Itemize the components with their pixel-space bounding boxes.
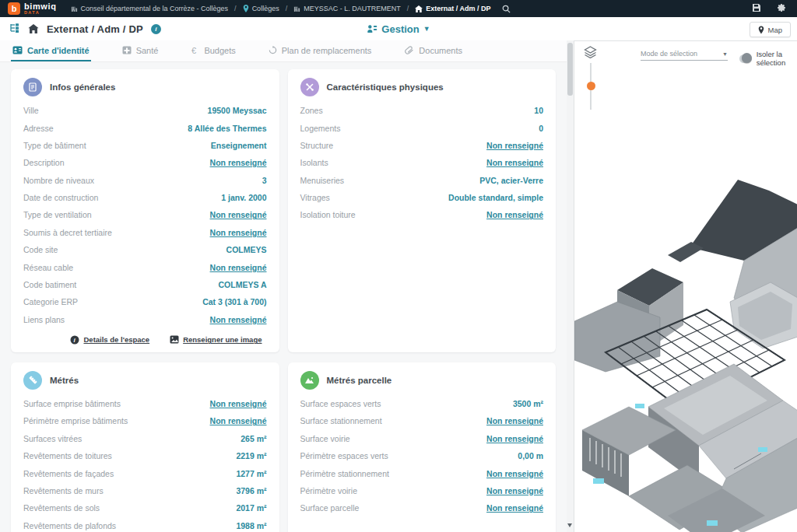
tab-label: Budgets <box>204 46 235 55</box>
tab-label: Documents <box>419 46 462 55</box>
field-value[interactable]: 1277 m² <box>236 469 266 478</box>
field-value[interactable]: Non renseigné <box>486 158 543 167</box>
card-title: Métrés parcelle <box>327 376 392 385</box>
breadcrumb-separator: / <box>407 5 409 12</box>
layers-button[interactable] <box>584 46 597 61</box>
field-row: Revêtements de murs 3796 m² <box>23 482 267 499</box>
bim-3d-model[interactable] <box>574 173 797 532</box>
card-infos-generales: Infos générales Ville 19500 Meyssac <box>11 69 279 352</box>
field-value[interactable]: Non renseigné <box>486 503 543 513</box>
field-row: Surface parcelle Non renseigné <box>300 499 544 516</box>
pin-icon <box>243 5 249 12</box>
field-label: Périmètre stationnement <box>300 469 389 478</box>
tab-label: Plan de remplacements <box>282 46 372 55</box>
field-value[interactable]: Non renseigné <box>210 399 267 408</box>
field-value[interactable]: 2219 m² <box>236 451 266 460</box>
tab-budgets[interactable]: € Budgets <box>189 40 237 61</box>
home-icon <box>415 5 423 12</box>
field-value[interactable]: Enseignement <box>211 141 267 150</box>
field-row: Périmètre espaces verts 0,00 m <box>300 447 544 464</box>
field-value[interactable]: Non renseigné <box>210 416 267 425</box>
set-image-link[interactable]: Renseigner une image <box>170 335 262 345</box>
field-value[interactable]: 0 <box>539 124 543 133</box>
field-value[interactable]: 1988 m² <box>236 521 266 530</box>
building-icon <box>293 5 300 12</box>
tab-carte-identite[interactable]: Carte d'identité <box>11 40 91 61</box>
isolate-selection-toggle[interactable] <box>739 54 752 63</box>
field-value[interactable]: Non renseigné <box>486 210 543 219</box>
field-row: Revêtements de sols 2017 m² <box>23 499 267 516</box>
field-value[interactable]: Non renseigné <box>486 141 543 150</box>
field-row: Isolation toiture Non renseigné <box>300 206 544 223</box>
metres-icon <box>23 371 42 390</box>
euro-icon: € <box>191 46 199 54</box>
field-value[interactable]: 1 janv. 2000 <box>221 193 266 202</box>
field-value[interactable]: 10 <box>534 106 543 115</box>
toggle-knob <box>742 53 752 63</box>
field-value[interactable]: 8 Allée des Thermes <box>188 124 266 133</box>
field-label: Code site <box>23 245 58 254</box>
field-value[interactable]: Non renseigné <box>486 416 543 425</box>
field-label: Surfaces vitrées <box>23 434 82 443</box>
field-label: Surface voirie <box>300 434 350 443</box>
breadcrumb-separator: / <box>234 5 237 12</box>
field-value[interactable]: 3796 m² <box>236 486 266 495</box>
tab-plan-remplacements[interactable]: Plan de remplacements <box>267 40 374 61</box>
paperclip-icon <box>404 46 414 54</box>
field-value[interactable]: Non renseigné <box>210 228 267 237</box>
field-value[interactable]: Non renseigné <box>210 315 267 324</box>
tab-sante[interactable]: Santé <box>121 40 160 61</box>
field-value[interactable]: 2017 m² <box>236 503 266 513</box>
field-value[interactable]: Non renseigné <box>486 469 543 478</box>
field-value[interactable]: 265 m² <box>241 434 266 443</box>
selection-mode-select[interactable]: Mode de sélection ▼ <box>641 50 728 61</box>
field-value[interactable]: Non renseigné <box>210 263 267 272</box>
vertical-scrollbar[interactable] <box>567 40 574 532</box>
scrollbar-down-arrow[interactable] <box>567 523 572 527</box>
field-row: Code site COLMEYS <box>23 241 267 258</box>
field-label: Type de ventilation <box>23 210 92 219</box>
tab-documents[interactable]: Documents <box>402 40 464 61</box>
field-value[interactable]: 19500 Meyssac <box>208 106 267 115</box>
pin-icon <box>758 26 764 34</box>
field-value[interactable]: COLMEYS <box>226 245 267 254</box>
info-icon[interactable]: i <box>151 24 161 34</box>
breadcrumb-item-building[interactable]: MEYSSAC - L. DAUTREMENT <box>293 5 401 12</box>
card-title: Infos générales <box>50 82 115 92</box>
tree-view-button[interactable] <box>9 22 20 36</box>
field-value[interactable]: 3 <box>262 176 267 185</box>
level-slider-thumb[interactable] <box>587 82 595 90</box>
field-row: Réseau cable Non renseigné <box>23 258 267 275</box>
field-value[interactable]: 0,00 m <box>518 451 543 460</box>
field-value[interactable]: PVC, acier-Verre <box>479 176 543 185</box>
field-value[interactable]: Non renseigné <box>486 434 543 443</box>
field-label: Périmètre voirie <box>300 486 358 495</box>
breadcrumb-item-root[interactable]: Conseil départemental de la Corrèze - Co… <box>71 5 229 12</box>
viewer-3d-panel[interactable]: Mode de sélection ▼ Isoler la sélection <box>574 40 797 532</box>
field-label: Description <box>23 158 65 167</box>
space-details-link[interactable]: i Details de l'espace <box>70 335 149 345</box>
field-value[interactable]: COLMEYS A <box>218 280 266 289</box>
breadcrumb: Conseil départemental de la Corrèze - Co… <box>71 5 511 13</box>
settings-button[interactable] <box>777 2 786 16</box>
home-icon[interactable] <box>28 24 39 33</box>
search-button[interactable] <box>502 5 511 13</box>
brand-logo[interactable]: b bimwiq DATA <box>8 2 57 16</box>
field-value[interactable]: Non renseigné <box>210 158 267 167</box>
breadcrumb-item-current[interactable]: Externat / Adm / DP <box>415 5 490 12</box>
isolate-selection-label: Isoler la sélection <box>757 50 797 67</box>
save-button[interactable] <box>752 2 761 16</box>
field-row: Surface voirie Non renseigné <box>300 430 544 447</box>
level-slider[interactable] <box>590 63 592 110</box>
field-row: Vitrages Double standard, simple <box>300 189 544 206</box>
field-value[interactable]: Non renseigné <box>486 486 543 495</box>
breadcrumb-item-site[interactable]: Collèges <box>243 5 279 12</box>
scrollbar-thumb[interactable] <box>567 43 573 96</box>
gestion-menu-label: Gestion <box>381 23 419 35</box>
field-value[interactable]: Double standard, simple <box>448 193 543 202</box>
field-value[interactable]: Cat 3 (301 à 700) <box>202 297 266 306</box>
map-button[interactable]: Map <box>750 22 791 37</box>
gestion-menu[interactable]: Gestion ▼ <box>367 17 430 40</box>
field-value[interactable]: Non renseigné <box>210 210 267 219</box>
field-value[interactable]: 3500 m² <box>513 399 543 408</box>
